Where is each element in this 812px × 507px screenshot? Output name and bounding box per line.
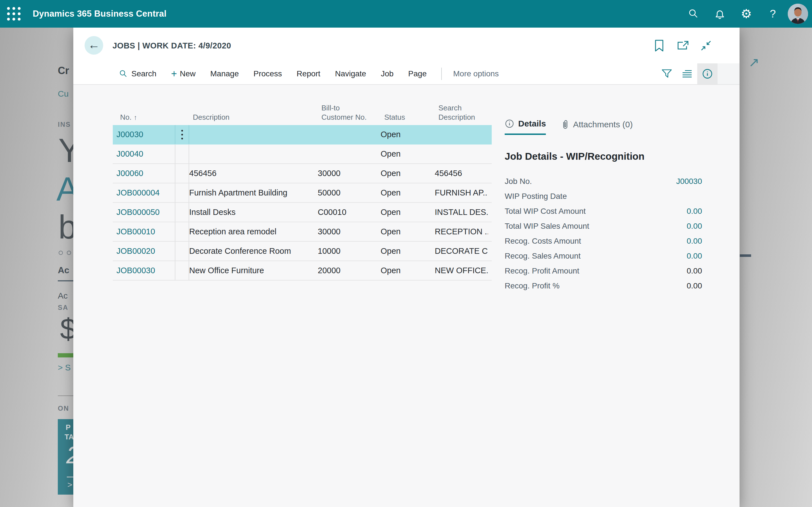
bookmark-icon[interactable] xyxy=(652,40,666,51)
cell-bill-to: C00010 xyxy=(318,208,380,217)
column-header-no[interactable]: No. ↑ xyxy=(116,113,179,122)
cell-bill-to: 30000 xyxy=(318,169,380,178)
action-bar-divider xyxy=(441,68,442,80)
dimmed-background-left: Cr Cu INS Y A b Ac Ac SA $ > S ON P TA 2… xyxy=(0,27,73,507)
job-no-link[interactable]: JOB00030 xyxy=(116,266,155,275)
field-value[interactable]: 0.00 xyxy=(687,207,702,216)
field-label: Recog. Profit Amount xyxy=(505,267,687,276)
search-icon xyxy=(118,69,128,78)
cell-status: Open xyxy=(380,169,435,178)
cell-search-description: RECEPTION ... xyxy=(435,227,488,236)
action-page[interactable]: Page xyxy=(408,69,426,78)
field-value: 0.00 xyxy=(687,281,702,290)
column-header-description[interactable]: Description xyxy=(193,113,321,122)
bg-kpi-tile: P TA 2 > xyxy=(58,419,73,495)
field-value[interactable]: 0.00 xyxy=(687,222,702,231)
settings-gear-icon[interactable]: ⚙ xyxy=(733,0,760,27)
cell-status: Open xyxy=(380,246,435,256)
details-field: Recog. Profit % 0.00 xyxy=(505,278,702,293)
collapse-icon[interactable] xyxy=(699,40,713,51)
cell-status: Open xyxy=(380,130,435,139)
jobs-table-header: No. ↑ Description Bill-to Customer No. S… xyxy=(113,95,492,125)
page-title: JOBS | WORK DATE: 4/9/2020 xyxy=(112,41,231,50)
details-field: WIP Posting Date xyxy=(505,189,702,204)
bg-tile-chevron: > xyxy=(67,480,72,490)
job-no-link[interactable]: J00040 xyxy=(116,149,143,159)
action-new[interactable]: + New xyxy=(171,69,196,79)
action-process[interactable]: Process xyxy=(253,69,282,78)
action-bar-corner xyxy=(717,63,740,84)
bg-currency-symbol: $ xyxy=(60,312,73,346)
action-job[interactable]: Job xyxy=(381,69,394,78)
user-avatar[interactable] xyxy=(788,4,808,24)
bg-tile-line xyxy=(67,476,73,477)
column-header-bill-to[interactable]: Bill-to Customer No. xyxy=(321,103,384,122)
details-field: Total WIP Cost Amount 0.00 xyxy=(505,204,702,219)
cell-status: Open xyxy=(380,149,435,159)
action-report[interactable]: Report xyxy=(297,69,320,78)
help-icon[interactable]: ? xyxy=(760,0,786,27)
page-header: ← JOBS | WORK DATE: 4/9/2020 xyxy=(73,27,740,63)
app-launcher-icon[interactable] xyxy=(0,0,28,27)
column-header-search-description[interactable]: Search Description xyxy=(439,103,492,122)
action-more-options[interactable]: More options xyxy=(453,69,499,78)
search-icon[interactable] xyxy=(680,0,707,27)
job-no-link[interactable]: JOB00010 xyxy=(116,227,155,236)
cell-bill-to: 10000 xyxy=(318,246,380,256)
info-pane-toggle-icon[interactable] xyxy=(697,63,718,84)
bg-nav-link: Cu xyxy=(58,89,68,99)
bg-ongoing-caption: ON xyxy=(58,404,69,412)
table-row[interactable]: JOB000050 Install Desks C00010 Open INST… xyxy=(113,203,492,222)
table-row[interactable]: J00060 456456 30000 Open 456456 xyxy=(113,164,492,183)
action-menu-items: ManageProcessReportNavigateJobPage xyxy=(210,69,441,78)
field-value[interactable]: 0.00 xyxy=(687,237,702,245)
job-no-link[interactable]: JOB000004 xyxy=(116,188,160,198)
job-no-link[interactable]: J00060 xyxy=(116,169,143,178)
notifications-bell-icon[interactable] xyxy=(707,0,733,27)
cell-bill-to: 30000 xyxy=(318,227,380,236)
table-row[interactable]: JOB00010 Reception area remodel 30000 Op… xyxy=(113,222,492,242)
action-manage[interactable]: Manage xyxy=(210,69,239,78)
filter-icon[interactable] xyxy=(657,63,677,84)
field-value[interactable]: J00030 xyxy=(676,177,702,186)
tab-details[interactable]: Details xyxy=(505,119,546,135)
list-view-icon[interactable] xyxy=(677,63,697,84)
table-row[interactable]: JOB000004 Furnish Apartment Building 500… xyxy=(113,183,492,203)
cell-search-description: FURNISH AP... xyxy=(435,188,488,198)
details-heading: Job Details - WIP/Recognition xyxy=(505,151,702,162)
bg-see-more-link: > S xyxy=(58,363,71,372)
bg-headline-letter: A xyxy=(56,170,73,208)
cell-description: New Office Furniture xyxy=(189,266,318,275)
column-header-status[interactable]: Status xyxy=(384,113,439,122)
tab-attachments[interactable]: Attachments (0) xyxy=(562,119,633,135)
cell-status: Open xyxy=(380,208,435,217)
table-row[interactable]: J00030 Open xyxy=(113,125,492,145)
cell-description: Reception area remodel xyxy=(189,227,318,236)
job-no-link[interactable]: J00030 xyxy=(116,130,143,139)
details-tabs: Details Attachments (0) xyxy=(505,95,702,135)
field-label: Job No. xyxy=(505,177,676,186)
table-row[interactable]: JOB00030 New Office Furniture 20000 Open… xyxy=(113,261,492,281)
job-no-link[interactable]: JOB000050 xyxy=(116,208,160,217)
row-menu-icon[interactable] xyxy=(181,130,183,139)
table-row[interactable]: JOB00020 Decorate Conference Room 10000 … xyxy=(113,242,492,261)
bg-sales-caption: SA xyxy=(58,304,68,312)
table-row[interactable]: J00040 Open xyxy=(113,145,492,164)
details-field: Total WIP Sales Amount 0.00 xyxy=(505,219,702,233)
job-no-link[interactable]: JOB00020 xyxy=(116,246,155,256)
field-value: 0.00 xyxy=(687,267,702,276)
cell-bill-to: 20000 xyxy=(318,266,380,275)
screen: Cr Cu INS Y A b Ac Ac SA $ > S ON P TA 2… xyxy=(0,0,812,507)
back-button[interactable]: ← xyxy=(85,36,103,55)
action-search[interactable]: Search xyxy=(118,69,156,78)
field-value[interactable]: 0.00 xyxy=(687,251,702,261)
field-label: Recog. Profit % xyxy=(505,281,687,290)
cell-description: Furnish Apartment Building xyxy=(189,188,318,198)
open-in-new-window-icon[interactable] xyxy=(676,40,689,51)
bg-insights-caption: INS xyxy=(58,121,71,128)
field-label: Total WIP Sales Amount xyxy=(505,222,687,231)
action-navigate[interactable]: Navigate xyxy=(335,69,366,78)
cell-search-description: INSTALL DES... xyxy=(435,208,488,217)
cell-bill-to: 50000 xyxy=(318,188,380,198)
cell-description: Install Desks xyxy=(189,208,318,217)
